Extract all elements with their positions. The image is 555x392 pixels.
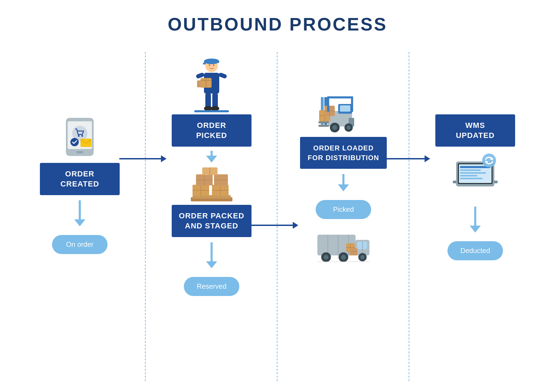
order-picked-box: ORDER PICKED [172,114,251,147]
svg-point-70 [324,255,328,260]
h-arrow-col3-col4 [383,155,430,162]
order-loaded-box: ORDER LOADED FOR DISTRIBUTION [300,137,387,169]
laptop-refresh-icon [447,153,503,198]
svg-rect-15 [196,72,205,79]
svg-rect-88 [460,175,477,176]
svg-rect-25 [194,110,229,112]
arrow-down-2b [206,242,217,268]
wms-updated-box: WMS UPDATED [435,114,515,147]
svg-point-4 [82,135,83,137]
column-4: WMS UPDATED [409,52,541,381]
svg-point-56 [332,125,337,130]
h-arrow-col1-col2 [119,155,166,162]
arrow-down-2a [206,151,217,163]
column-2: ORDER PICKED [146,52,278,381]
column-3: ORDER LOADED FOR DISTRIBUTION Picked [278,52,409,381]
svg-rect-7 [76,151,83,153]
status-picked: Picked [316,200,371,219]
svg-point-72 [341,255,346,260]
svg-rect-46 [318,121,329,123]
svg-point-24 [211,106,219,111]
column-1: ORDER CREATED On order [14,52,146,381]
order-created-box: ORDER CREATED [40,163,120,195]
boxes-pallet-icon [189,167,234,205]
forklift-icon [317,87,369,135]
worker-icon [191,55,232,114]
phone-cart-icon [59,114,101,159]
svg-point-12 [209,64,210,66]
status-on-order: On order [52,235,108,254]
svg-rect-60 [327,96,329,112]
diagram-container: ORDER CREATED On order [0,52,555,381]
arrow-down-4 [470,207,481,233]
svg-rect-67 [357,242,367,249]
svg-rect-10 [204,60,219,63]
h-arrow-col2-col3 [251,222,298,229]
svg-rect-87 [460,172,486,174]
svg-point-90 [482,154,496,167]
svg-rect-86 [460,169,481,171]
svg-point-5 [70,138,79,146]
page-title: OUTBOUND PROCESS [0,0,555,45]
svg-point-13 [213,64,214,66]
arrow-down-3 [338,174,349,191]
arrow-down-1 [74,200,85,226]
svg-rect-59 [327,96,353,98]
status-deducted: Deducted [447,241,503,260]
svg-rect-43 [340,105,350,112]
order-packed-box: ORDER PACKED AND STAGED [172,205,251,237]
svg-rect-16 [218,72,228,79]
status-reserved: Reserved [184,277,239,296]
svg-rect-61 [351,96,353,112]
svg-rect-11 [203,63,206,64]
svg-rect-89 [460,178,483,179]
svg-point-3 [78,135,80,137]
svg-point-58 [347,125,351,130]
svg-rect-47 [318,125,329,127]
truck-icon [316,224,371,262]
svg-point-74 [360,255,365,259]
